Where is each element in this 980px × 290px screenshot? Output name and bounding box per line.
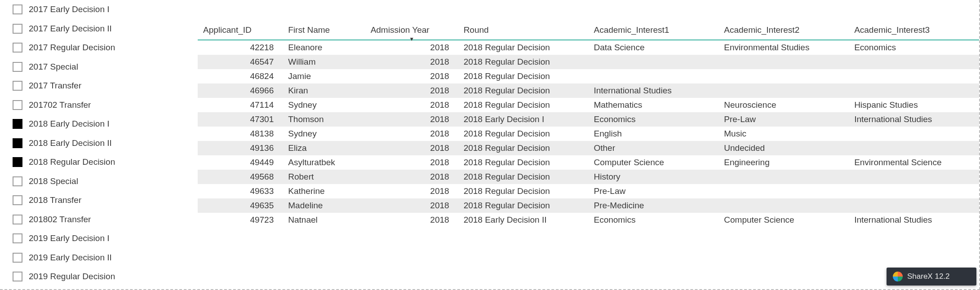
cell-round: 2018 Regular Decision [458, 98, 589, 112]
cell-id: 49723 [198, 213, 283, 227]
cell-i3: Environmental Science [849, 155, 979, 170]
cell-id: 46547 [198, 55, 283, 69]
cell-i1: Other [588, 141, 718, 155]
column-header-label: Admission Year [371, 25, 430, 35]
slicer-item-label: 2018 Special [29, 176, 78, 186]
checkbox-icon[interactable] [13, 272, 22, 281]
cell-first: Eleanore [283, 40, 365, 55]
cell-i2: Neuroscience [718, 98, 849, 112]
cell-round: 2018 Regular Decision [458, 198, 589, 213]
slicer-item[interactable]: 201702 Transfer [13, 96, 184, 115]
slicer-item[interactable]: 2019 Early Decision II [13, 248, 184, 268]
checkbox-icon[interactable] [13, 176, 22, 186]
cell-first: Katherine [283, 184, 365, 198]
checkbox-icon[interactable] [13, 157, 22, 167]
table-row[interactable]: 49723Natnael20182018 Early Decision IIEc… [198, 213, 979, 227]
table-row[interactable]: 49449Asylturatbek20182018 Regular Decisi… [198, 155, 979, 170]
cell-round: 2018 Regular Decision [458, 170, 589, 184]
slicer-item-label: 2017 Transfer [29, 81, 81, 91]
cell-first: Kiran [283, 83, 365, 98]
slicer-item-label: 2017 Regular Decision [29, 43, 115, 53]
column-header-year[interactable]: Admission Year▼ [365, 22, 458, 40]
slicer-item[interactable]: 2018 Early Decision I [13, 114, 184, 134]
column-header-i1[interactable]: Academic_Interest1 [588, 22, 718, 40]
table-row[interactable]: 46824Jamie20182018 Regular Decision [198, 69, 979, 83]
round-slicer[interactable]: 2017 Early Decision I2017 Early Decision… [0, 0, 184, 289]
table-row[interactable]: 46547William20182018 Regular Decision [198, 55, 979, 69]
table-body: 42218Eleanore20182018 Regular DecisionDa… [198, 40, 979, 227]
cell-id: 49568 [198, 170, 283, 184]
column-header-first[interactable]: First Name [283, 22, 365, 40]
checkbox-icon[interactable] [13, 24, 22, 34]
slicer-item[interactable]: 2017 Regular Decision [13, 38, 184, 57]
slicer-item-label: 2018 Transfer [29, 195, 81, 205]
checkbox-icon[interactable] [13, 233, 22, 243]
slicer-item[interactable]: 2017 Transfer [13, 76, 184, 96]
cell-i2: Environmental Studies [718, 40, 849, 55]
cell-i2: Music [718, 127, 849, 141]
cell-year: 2018 [365, 98, 458, 112]
checkbox-icon[interactable] [13, 4, 22, 14]
cell-year: 2018 [365, 155, 458, 170]
cell-i3 [849, 141, 979, 155]
checkbox-icon[interactable] [13, 138, 22, 148]
cell-i1: Pre-Medicine [588, 198, 718, 213]
checkbox-icon[interactable] [13, 119, 22, 129]
slicer-item[interactable]: 2017 Special [13, 57, 184, 77]
table-row[interactable]: 49568Robert20182018 Regular DecisionHist… [198, 170, 979, 184]
applicants-table[interactable]: Applicant_IDFirst NameAdmission Year▼Rou… [198, 22, 979, 227]
table-row[interactable]: 49635Madeline20182018 Regular DecisionPr… [198, 198, 979, 213]
slicer-item[interactable]: 2018 Special [13, 172, 184, 191]
slicer-item[interactable]: 2019 Early Decision I [13, 229, 184, 248]
checkbox-icon[interactable] [13, 100, 22, 110]
cell-year: 2018 [365, 198, 458, 213]
checkbox-icon[interactable] [13, 253, 22, 263]
checkbox-icon[interactable] [13, 81, 22, 91]
cell-first: Jamie [283, 69, 365, 83]
cell-id: 49633 [198, 184, 283, 198]
cell-i2 [718, 83, 849, 98]
cell-year: 2018 [365, 83, 458, 98]
cell-year: 2018 [365, 55, 458, 69]
slicer-item[interactable]: 2018 Early Decision II [13, 134, 184, 153]
column-header-i2[interactable]: Academic_Interest2 [718, 22, 849, 40]
column-header-label: First Name [288, 25, 330, 35]
table-row[interactable]: 46966Kiran20182018 Regular DecisionInter… [198, 83, 979, 98]
table-header-row: Applicant_IDFirst NameAdmission Year▼Rou… [198, 22, 979, 40]
table-row[interactable]: 47301Thomson20182018 Early Decision IEco… [198, 112, 979, 127]
cell-id: 46824 [198, 69, 283, 83]
checkbox-icon[interactable] [13, 215, 22, 224]
slicer-item[interactable]: 2018 Regular Decision [13, 153, 184, 172]
table-row[interactable]: 48138Sydney20182018 Regular DecisionEngl… [198, 127, 979, 141]
cell-i2: Computer Science [718, 213, 849, 227]
table-row[interactable]: 42218Eleanore20182018 Regular DecisionDa… [198, 40, 979, 55]
cell-i3 [849, 69, 979, 83]
column-header-round[interactable]: Round [458, 22, 589, 40]
checkbox-icon[interactable] [13, 62, 22, 72]
cell-year: 2018 [365, 112, 458, 127]
cell-year: 2018 [365, 213, 458, 227]
cell-id: 47114 [198, 98, 283, 112]
cell-first: Asylturatbek [283, 155, 365, 170]
table-row[interactable]: 49136Eliza20182018 Regular DecisionOther… [198, 141, 979, 155]
slicer-item-label: 2018 Regular Decision [29, 157, 115, 167]
cell-round: 2018 Early Decision I [458, 112, 589, 127]
slicer-item[interactable]: 201802 Transfer [13, 210, 184, 229]
cell-i1 [588, 55, 718, 69]
table-row[interactable]: 47114Sydney20182018 Regular DecisionMath… [198, 98, 979, 112]
table-row[interactable]: 49633Katherine20182018 Regular DecisionP… [198, 184, 979, 198]
column-header-id[interactable]: Applicant_ID [198, 22, 283, 40]
slicer-item[interactable]: 2018 Transfer [13, 191, 184, 210]
cell-i1: International Studies [588, 83, 718, 98]
column-header-label: Academic_Interest2 [724, 25, 799, 35]
column-header-label: Academic_Interest3 [854, 25, 930, 35]
slicer-item[interactable]: 2017 Early Decision I [13, 0, 184, 19]
cell-i2 [718, 184, 849, 198]
slicer-item[interactable]: 2017 Early Decision II [13, 19, 184, 39]
slicer-item[interactable]: 2019 Regular Decision [13, 267, 184, 286]
cell-round: 2018 Regular Decision [458, 184, 589, 198]
checkbox-icon[interactable] [13, 43, 22, 53]
column-header-i3[interactable]: Academic_Interest3 [849, 22, 979, 40]
checkbox-icon[interactable] [13, 195, 22, 205]
slicer-item-label: 2018 Early Decision I [29, 119, 110, 129]
